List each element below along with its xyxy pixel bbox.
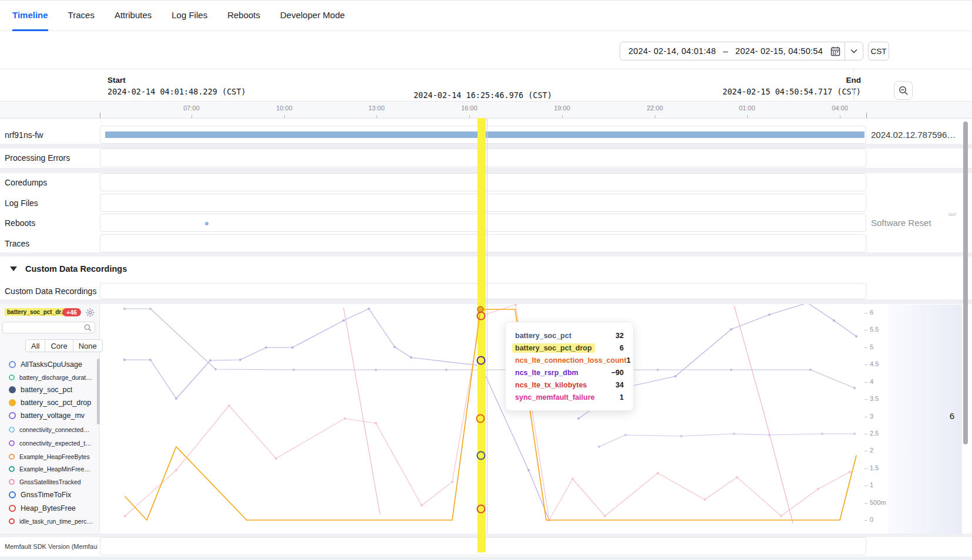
legend-circle-icon — [9, 399, 16, 406]
axis-tick-mark — [562, 115, 563, 118]
axis-start-bound — [100, 113, 100, 118]
range-start-block: Start 2024-02-14 04:01:48.229 (CST) — [107, 76, 246, 96]
selected-metric-chip[interactable]: battery_soc_pct_dr… — [5, 308, 69, 316]
filter-button-all[interactable]: All — [25, 339, 45, 352]
timezone-button[interactable]: CST — [868, 42, 889, 60]
end-label: End — [722, 76, 861, 85]
cursor-marker-ring — [477, 415, 485, 423]
legend-label: connectivity_connected… — [19, 426, 90, 433]
row-label-traces: Traces — [5, 234, 29, 252]
filter-button-none[interactable]: None — [73, 339, 103, 352]
cursor-marker-ring — [477, 357, 485, 365]
cursor-marker-ring — [477, 505, 485, 513]
legend-circle-icon — [9, 479, 15, 485]
row-note-reboots: locf — [949, 212, 956, 217]
legend-circle-icon — [9, 386, 16, 393]
y-tick-label: 4 — [870, 378, 873, 385]
row-label-coredumps: Coredumps — [5, 173, 47, 191]
device-timeline-page: TimelineTracesAttributesLog FilesReboots… — [0, 0, 972, 560]
legend-item-heap-bytesfree[interactable]: Heap_BytesFree — [0, 502, 95, 515]
search-icon[interactable] — [84, 324, 95, 332]
legend-item-gnsssatellitestracked[interactable]: GnssSatellitesTracked — [0, 475, 95, 488]
chevron-down-icon[interactable] — [845, 42, 863, 60]
date-range-text[interactable]: 2024- 02-14, 04:01:48 – 2024- 02-15, 04:… — [620, 46, 826, 56]
time-axis: 07:0010:0013:0016:0019:0022:0001:0004:00 — [0, 102, 972, 119]
tab-traces[interactable]: Traces — [68, 1, 95, 31]
cursor-marker-ring — [477, 452, 485, 460]
range-end-block: End 2024-02-15 04:50:54.717 (CST) — [722, 76, 861, 96]
zoom-out-button[interactable] — [894, 81, 913, 100]
legend-item-battery-voltage-mv[interactable]: battery_voltage_mv — [0, 409, 95, 422]
legend-item-idle-task-run-time-perc[interactable]: idle_task_run_time_perc… — [0, 515, 95, 528]
legend-circle-icon — [9, 412, 16, 419]
legend-item-connectivity-expected-t[interactable]: connectivity_expected_t… — [0, 437, 95, 450]
legend-label: battery_discharge_durat… — [19, 374, 92, 381]
axis-tick-label: 10:00 — [271, 104, 297, 112]
collapse-triangle-icon[interactable] — [10, 266, 17, 271]
tooltip-row-ncs-lte-connection-loss-count: ncs_lte_connection_loss_count1 — [515, 354, 624, 366]
metric-count-badge: +46 — [62, 308, 81, 316]
legend-label: GnssTimeToFix — [21, 491, 71, 499]
legend-label: connectivity_expected_t… — [19, 440, 92, 447]
legend-item-battery-soc-pct[interactable]: battery_soc_pct — [0, 383, 95, 396]
row-group-gap — [0, 556, 972, 560]
tooltip-metric-value: 32 — [616, 332, 624, 340]
tab-reboots[interactable]: Reboots — [227, 1, 260, 31]
axis-tick-mark — [469, 115, 470, 118]
calendar-icon[interactable] — [826, 42, 845, 60]
timeline-header: Start 2024-02-14 04:01:48.229 (CST) 2024… — [0, 69, 972, 102]
tooltip-metric-value: 1 — [620, 393, 624, 402]
metric-search[interactable] — [2, 322, 95, 333]
vertical-scrollbar[interactable] — [963, 122, 968, 444]
y-tick-label: 1.5 — [870, 464, 879, 471]
search-input[interactable] — [3, 323, 84, 332]
legend-item-connectivity-connected[interactable]: connectivity_connected… — [0, 423, 95, 436]
y-tick-label: 0 — [870, 516, 873, 523]
section-custom-data-recordings[interactable]: Custom Data Recordings — [0, 257, 972, 281]
legend-item-battery-discharge-durat[interactable]: battery_discharge_durat… — [0, 371, 95, 384]
axis-tick-mark — [191, 115, 192, 118]
date-range-picker[interactable]: 2024- 02-14, 04:01:48 – 2024- 02-15, 04:… — [620, 42, 863, 60]
legend-label: battery_soc_pct_drop — [21, 399, 91, 407]
tooltip-metric-label: ncs_lte_connection_loss_count — [515, 356, 627, 365]
y-tick-label: 1 — [870, 481, 873, 488]
metric-filter-segmented: AllCoreNone — [25, 339, 103, 352]
tooltip-metric-label: battery_soc_pct_drop — [512, 343, 595, 353]
legend-item-example-heapminfree[interactable]: Example_HeapMinFree… — [0, 463, 95, 475]
y-tick-label: 4.5 — [870, 360, 879, 367]
legend-item-battery-soc-pct-drop[interactable]: battery_soc_pct_drop — [0, 396, 95, 409]
series-line-battery-soc-pct-drop — [125, 309, 856, 520]
tooltip-metric-label: battery_soc_pct — [515, 332, 571, 340]
axis-tick-mark — [747, 115, 748, 118]
legend-item-gnsstimetofix[interactable]: GnssTimeToFix — [0, 488, 95, 501]
tab-log-files[interactable]: Log Files — [171, 1, 207, 31]
tab-timeline[interactable]: Timeline — [12, 1, 48, 31]
tooltip-metric-value: 34 — [616, 381, 624, 389]
legend-label: idle_task_run_time_perc… — [19, 518, 93, 525]
y-tick-label: 6 — [870, 309, 873, 316]
y-tick-label: 5.5 — [870, 326, 879, 333]
tab-developer-mode[interactable]: Developer Mode — [280, 1, 345, 31]
row-value-nrf91ns-fw: 2024.02.12.787596… — [871, 126, 956, 144]
legend-circle-icon — [9, 491, 16, 498]
tooltip-row-battery-soc-pct-drop: battery_soc_pct_drop6 — [515, 342, 624, 354]
tooltip-row-battery-soc-pct: battery_soc_pct32 — [515, 329, 624, 342]
gear-icon[interactable] — [85, 307, 95, 318]
axis-tick-label: 01:00 — [734, 104, 760, 112]
reboot-event-dot[interactable] — [205, 222, 208, 225]
axis-end-bound — [866, 113, 867, 118]
axis-tick-label: 16:00 — [456, 104, 482, 112]
start-label: Start — [107, 76, 246, 85]
legend-item-alltaskscpuusage[interactable]: AllTasksCpuUsage — [0, 358, 95, 371]
axis-tick-mark — [284, 115, 285, 118]
legend-circle-icon — [9, 505, 16, 512]
tab-attributes[interactable]: Attributes — [115, 1, 152, 31]
y-tick-label: 5 — [870, 343, 873, 350]
row-label-log-files: Log Files — [5, 194, 38, 212]
filter-button-core[interactable]: Core — [45, 339, 73, 352]
center-time: 2024-02-14 16:25:46.976 (CST) — [413, 90, 552, 100]
row-group-gap — [0, 144, 972, 149]
tooltip-metric-label: ncs_lte_rsrp_dbm — [515, 369, 579, 377]
cursor-marker-ring — [477, 312, 485, 320]
legend-item-example-heapfreebytes[interactable]: Example_HeapFreeBytes — [0, 450, 95, 463]
